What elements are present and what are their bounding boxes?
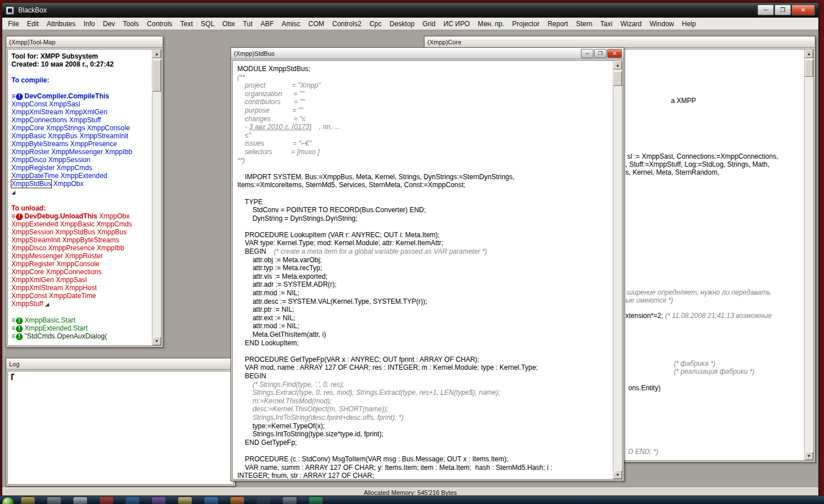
scroll-thumb[interactable] — [613, 71, 622, 86]
window-core-title: (Xmpp)Core — [427, 39, 462, 46]
start-button[interactable] — [2, 497, 14, 504]
text-line: MODULE XmppStdBus; — [237, 65, 612, 73]
menu-item-Report[interactable]: Report — [543, 18, 572, 30]
text-line: XmppDisco XmppPresence XmppIbb — [11, 244, 151, 252]
child-minimize-button[interactable]: ─ — [581, 49, 594, 58]
text-line: attr.ext := NIL; — [237, 314, 612, 323]
text-line: contributors = "" — [237, 98, 612, 106]
menu-item-ИС ИРО[interactable]: ИС ИРО — [439, 18, 473, 30]
menu-item-Window[interactable]: Window — [646, 18, 678, 30]
text-line: organization = "" — [237, 90, 612, 98]
command-icon[interactable]: ! — [16, 317, 23, 324]
scroll-down-button[interactable]: ▼ — [613, 470, 622, 479]
window-toolmap-titlebar[interactable]: (Xmpp)Tool-Map — [6, 36, 163, 48]
taskbar-app-9[interactable] — [230, 497, 244, 504]
text-line: attr.obj := Meta.varObj; — [237, 256, 612, 265]
scroll-thumb[interactable] — [153, 60, 161, 92]
taskbar-app-7[interactable] — [178, 497, 192, 504]
text-line: type:=Kernel.TypeOf(x); — [237, 422, 612, 431]
text-line: XmppStreamInit XmppByteStreams — [11, 236, 151, 244]
stdbus-code-editor[interactable]: MODULE XmppStdBus;(** project = "Xmpp" o… — [233, 61, 613, 479]
menu-item-Controls[interactable]: Controls — [143, 18, 176, 30]
log-content-area[interactable] — [7, 371, 234, 485]
command-icon[interactable]: ! — [16, 213, 23, 220]
text-line — [237, 164, 612, 173]
text-line: VAR mod, name : ARRAY 127 OF CHAR; res :… — [237, 363, 612, 372]
menu-item-Stern[interactable]: Stern — [572, 18, 596, 30]
text-line: XmppSession XmppStdBus XmppBus — [11, 228, 151, 236]
text-line: XmppXmlGen XmppSasl — [11, 276, 151, 284]
window-stdbus-titlebar[interactable]: (Xmpp)StdBus ─ ❐ ✕ — [231, 48, 624, 59]
menu-item-File[interactable]: File — [4, 18, 23, 30]
core-vscroll[interactable]: ▲ ▼ — [804, 49, 813, 460]
text-line: m:=Kernel.ThisMod(mod); — [237, 397, 612, 406]
child-close-button[interactable]: ✕ — [607, 49, 622, 58]
text-line: (* Strings.Find(type, '.', 0, res); — [237, 381, 612, 389]
text-line: XmppMessenger XmppRoster — [11, 252, 151, 260]
menu-item-Projector[interactable]: Projector — [508, 18, 543, 30]
toolmap-vscroll[interactable]: ▲ ▼ — [152, 49, 161, 345]
taskbar-app-12[interactable] — [309, 497, 323, 504]
text-line: attr.vis := Meta.exported; — [237, 272, 612, 281]
menu-item-Cpc[interactable]: Cpc — [365, 18, 385, 30]
toolmap-content-area[interactable]: Tool for: XMPP SubsystemCreated: 10 мая … — [7, 49, 162, 346]
menu-item-Controls2[interactable]: Controls2 — [328, 18, 365, 30]
text-line: ≤" — [237, 131, 612, 140]
scroll-up-button[interactable]: ▲ — [153, 49, 161, 58]
window-controls: ─ ❐ ✕ — [757, 5, 815, 15]
taskbar-app-8[interactable] — [204, 497, 218, 504]
scroll-thumb[interactable] — [805, 60, 813, 77]
scroll-up-button[interactable]: ▲ — [805, 49, 813, 58]
menu-item-SQL[interactable]: SQL — [197, 18, 219, 30]
scroll-down-button[interactable]: ▼ — [153, 337, 161, 345]
menu-item-Info[interactable]: Info — [80, 18, 99, 30]
taskbar-app-4[interactable] — [100, 497, 113, 504]
taskbar-app-11[interactable] — [283, 497, 296, 504]
window-log-titlebar[interactable]: Log — [6, 358, 235, 370]
taskbar-app-3[interactable] — [73, 497, 87, 504]
command-icon[interactable]: ! — [16, 325, 23, 332]
menu-item-Desktop[interactable]: Desktop — [385, 18, 418, 30]
menu-item-Text[interactable]: Text — [176, 18, 197, 30]
menu-item-Tools[interactable]: Tools — [119, 18, 143, 30]
menu-item-Wizard[interactable]: Wizard — [616, 18, 645, 30]
taskbar-app-2[interactable] — [47, 497, 61, 504]
scroll-down-button[interactable]: ▼ — [805, 452, 813, 460]
menu-item-Tut[interactable]: Tut — [239, 18, 257, 30]
text-line — [237, 447, 612, 455]
child-maximize-button[interactable]: ❐ — [594, 49, 607, 58]
toolmap-document[interactable]: Tool for: XMPP SubsystemCreated: 10 мая … — [8, 49, 152, 345]
taskbar-app-1[interactable] — [21, 497, 35, 504]
menu-item-Edit[interactable]: Edit — [23, 18, 43, 30]
maximize-button[interactable]: ❐ — [774, 5, 791, 15]
taskbar-app-6[interactable] — [152, 497, 166, 504]
text-line — [11, 196, 151, 204]
menu-item-Attributes[interactable]: Attributes — [43, 18, 80, 30]
text-line: project = "Xmpp" — [237, 81, 612, 90]
menu-item-Мен. пр.[interactable]: Мен. пр. — [474, 18, 509, 30]
menu-item-Dev[interactable]: Dev — [99, 18, 119, 30]
command-icon[interactable]: ! — [16, 93, 23, 100]
stdbus-vscroll[interactable]: ▲ ▼ — [613, 61, 622, 479]
text-line: XmppExtended XmppBasic XmppCmds — [11, 220, 151, 228]
menu-item-ABF[interactable]: ABF — [257, 18, 278, 30]
command-icon[interactable]: ! — [16, 333, 23, 340]
taskbar-app-10[interactable] — [257, 497, 270, 504]
window-titlebar[interactable]: BlackBox ─ ❐ ✕ — [2, 3, 818, 18]
menu-item-Amisc[interactable]: Amisc — [278, 18, 304, 30]
taskbar-app-5[interactable] — [126, 497, 139, 504]
code-fragment: ширение определяет, нужно ли передавать — [627, 288, 771, 297]
text-line: Tool for: XMPP Subsystem — [11, 52, 151, 60]
menu-item-COM[interactable]: COM — [304, 18, 328, 30]
minimize-button[interactable]: ─ — [757, 5, 774, 15]
menu-item-Taxi[interactable]: Taxi — [596, 18, 616, 30]
menu-item-Help[interactable]: Help — [678, 18, 700, 30]
text-line: BEGIN — [237, 372, 612, 381]
menu-item-Obx[interactable]: Obx — [219, 18, 239, 30]
command-marker: ≡ — [11, 316, 15, 324]
stdbus-content-area[interactable]: MODULE XmppStdBus;(** project = "Xmpp" o… — [232, 60, 623, 480]
close-button[interactable]: ✕ — [792, 5, 815, 15]
menu-item-Grid[interactable]: Grid — [419, 18, 440, 30]
scroll-up-button[interactable]: ▲ — [613, 61, 622, 69]
window-core-titlebar[interactable]: (Xmpp)Core — [425, 36, 815, 48]
